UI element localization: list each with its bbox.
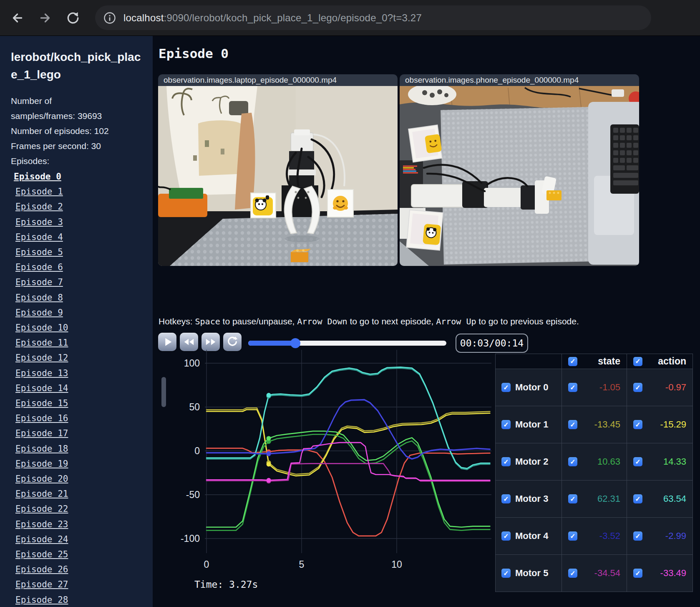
motor-0-checkbox[interactable]: ✓	[501, 383, 511, 392]
state-column-checkbox[interactable]: ✓	[568, 357, 577, 366]
action-value: 14.33	[663, 456, 686, 467]
video-frame-laptop[interactable]	[158, 86, 398, 266]
sidebar-item-episode-25[interactable]: Episode 25	[15, 547, 143, 562]
motor-1-state-checkbox[interactable]: ✓	[568, 420, 577, 429]
motor-1-checkbox[interactable]: ✓	[501, 420, 511, 429]
orange-brick	[291, 249, 311, 262]
time-total: 00:14	[495, 338, 524, 349]
sidebar-item-episode-27[interactable]: Episode 27	[15, 577, 143, 592]
motor-label: Motor 4	[515, 531, 548, 541]
motor-table: ✓state✓action✓Motor 0✓-1.05✓-0.97✓Motor …	[495, 354, 693, 592]
motor-5-checkbox[interactable]: ✓	[501, 569, 511, 578]
motor-chart[interactable]: -100-500501000510Time: 3.27s	[158, 346, 496, 597]
motor-label: Motor 0	[515, 382, 548, 393]
motor-1-action-checkbox[interactable]: ✓	[633, 420, 642, 429]
motor-3-state-checkbox[interactable]: ✓	[568, 494, 577, 503]
y-tick-label: 100	[184, 358, 200, 369]
motor-label: Motor 3	[515, 493, 548, 504]
panda-box-top	[406, 210, 443, 250]
motor-0-state-checkbox[interactable]: ✓	[568, 383, 577, 392]
sidebar-item-episode-6[interactable]: Episode 6	[15, 260, 143, 275]
smiley-box	[327, 190, 353, 217]
sidebar-item-episode-24[interactable]: Episode 24	[15, 532, 143, 547]
sidebar-item-episode-18[interactable]: Episode 18	[15, 441, 143, 456]
sidebar-item-episode-28[interactable]: Episode 28	[15, 592, 143, 607]
state-value: 10.63	[597, 456, 620, 467]
back-icon[interactable]	[8, 8, 27, 28]
sidebar-item-episode-4[interactable]: Episode 4	[15, 230, 143, 245]
motor-4-state-checkbox[interactable]: ✓	[568, 531, 577, 541]
sidebar-item-episode-17[interactable]: Episode 17	[15, 426, 143, 441]
dataset-info-line: Episodes:	[11, 154, 143, 169]
sidebar-item-episode-1[interactable]: Episode 1	[15, 184, 143, 199]
sidebar-item-episode-16[interactable]: Episode 16	[15, 411, 143, 426]
motor-2-action-checkbox[interactable]: ✓	[633, 457, 642, 466]
action-value: -0.97	[665, 382, 686, 393]
state-value: -34.54	[594, 568, 620, 579]
motor-3-action-checkbox[interactable]: ✓	[633, 494, 642, 503]
reload-icon[interactable]	[63, 8, 83, 28]
video-frame-phone[interactable]	[400, 86, 639, 266]
sidebar-item-episode-13[interactable]: Episode 13	[15, 366, 143, 381]
motor-4-checkbox[interactable]: ✓	[501, 531, 511, 541]
sidebar-item-episode-8[interactable]: Episode 8	[15, 290, 143, 305]
series-state-motor-2	[206, 435, 490, 531]
x-tick-label: 10	[391, 559, 402, 570]
sidebar-item-episode-23[interactable]: Episode 23	[15, 517, 143, 532]
sidebar-item-episode-20[interactable]: Episode 20	[15, 471, 143, 486]
sidebar-item-episode-14[interactable]: Episode 14	[15, 381, 143, 396]
dataset-info: Number ofsamples/frames: 39693Number of …	[11, 94, 143, 169]
motor-3-checkbox[interactable]: ✓	[501, 494, 511, 503]
sidebar-item-episode-15[interactable]: Episode 15	[15, 396, 143, 411]
laptop	[588, 102, 639, 265]
episode-list: Episode 0Episode 1Episode 2Episode 3Epis…	[11, 169, 143, 607]
video-caption-phone: observation.images.phone_episode_000000.…	[400, 74, 639, 86]
hotkeys-help: Hotkeys: Space to pause/unpause, Arrow D…	[159, 316, 579, 326]
url-text: localhost:9090/lerobot/koch_pick_place_1…	[123, 12, 422, 24]
action-value: -33.49	[660, 568, 686, 579]
video-player-laptop[interactable]: observation.images.laptop_episode_000000…	[158, 74, 398, 266]
hotkeys-text: to pause/unpause,	[220, 316, 297, 326]
motor-0-action-checkbox[interactable]: ✓	[633, 383, 642, 392]
motor-2-state-checkbox[interactable]: ✓	[568, 457, 577, 466]
sidebar-item-episode-11[interactable]: Episode 11	[15, 335, 143, 350]
sidebar-item-episode-10[interactable]: Episode 10	[15, 320, 143, 335]
x-tick-label: 0	[204, 559, 209, 570]
yellow-brick	[546, 190, 562, 200]
sidebar-item-episode-12[interactable]: Episode 12	[15, 350, 143, 365]
hotkeys-text: to go to next episode,	[347, 316, 436, 326]
sidebar-item-episode-21[interactable]: Episode 21	[15, 486, 143, 501]
forward-icon[interactable]	[36, 8, 55, 28]
sidebar-item-episode-2[interactable]: Episode 2	[15, 199, 143, 214]
motor-5-state-checkbox[interactable]: ✓	[568, 569, 577, 578]
action-value: -15.29	[660, 419, 686, 430]
sidebar-item-episode-26[interactable]: Episode 26	[15, 562, 143, 577]
sidebar-item-episode-9[interactable]: Episode 9	[15, 305, 143, 320]
motor-5-action-checkbox[interactable]: ✓	[633, 569, 642, 578]
motor-label: Motor 2	[515, 456, 548, 467]
dataset-info-line: samples/frames: 39693	[11, 109, 143, 124]
dataset-title: lerobot/koch_pick_place_1_lego	[11, 48, 143, 83]
hotkey-name: Arrow Down	[297, 316, 347, 326]
sidebar-item-episode-3[interactable]: Episode 3	[15, 215, 143, 230]
sidebar-item-episode-22[interactable]: Episode 22	[15, 501, 143, 516]
dataset-info-line: Number of	[11, 94, 143, 109]
series-state-motor-3	[206, 368, 490, 470]
url-host: localhost	[123, 12, 164, 23]
motor-4-action-checkbox[interactable]: ✓	[633, 531, 642, 541]
hotkeys-text: to go to previous episode.	[476, 316, 579, 326]
video-player-phone[interactable]: observation.images.phone_episode_000000.…	[400, 74, 639, 266]
sidebar-item-episode-0[interactable]: Episode 0	[14, 169, 143, 184]
address-bar[interactable]: localhost:9090/lerobot/koch_pick_place_1…	[95, 5, 651, 30]
sidebar-item-episode-19[interactable]: Episode 19	[15, 456, 143, 471]
motor-2-checkbox[interactable]: ✓	[501, 457, 511, 466]
sidebar-item-episode-5[interactable]: Episode 5	[15, 245, 143, 260]
action-column-checkbox[interactable]: ✓	[633, 357, 642, 366]
motor-chart-area[interactable]: -100-500501000510Time: 3.27s	[158, 346, 496, 597]
sidebar-item-episode-7[interactable]: Episode 7	[15, 275, 143, 290]
page-info-icon[interactable]	[102, 10, 118, 26]
panda-box	[251, 193, 276, 218]
action-value: -2.99	[665, 531, 686, 541]
action-value: 63.54	[663, 493, 686, 504]
seek-slider[interactable]	[248, 341, 446, 346]
